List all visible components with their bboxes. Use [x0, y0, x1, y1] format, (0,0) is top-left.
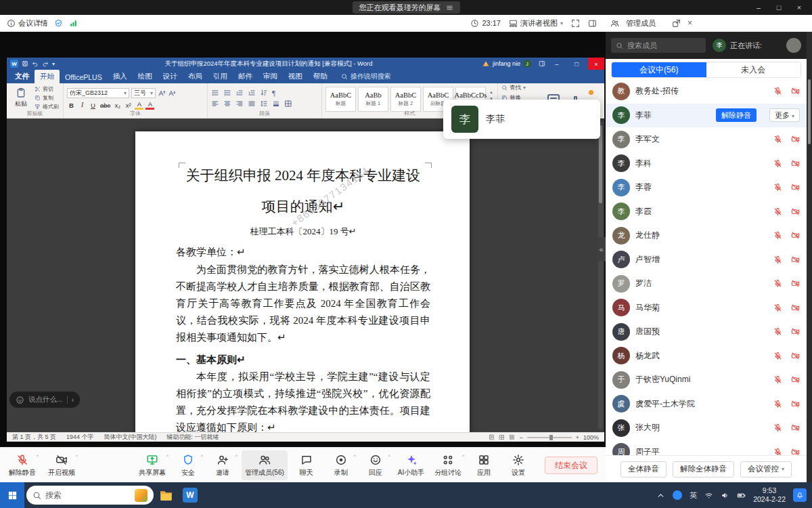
- member-row[interactable]: 周周子平: [606, 440, 807, 456]
- document-page[interactable]: +8615977134154 关于组织申报 2024 年度本科专业建设 项目的通…: [135, 131, 470, 432]
- minimize-button[interactable]: –: [748, 0, 769, 15]
- paste-button[interactable]: 粘贴: [10, 85, 32, 110]
- camera-off-icon[interactable]: [791, 400, 800, 408]
- font-format-button[interactable]: abc: [99, 100, 111, 110]
- line-spacing-icon[interactable]: [260, 100, 268, 108]
- battery-icon[interactable]: [737, 491, 746, 500]
- font-format-button[interactable]: I: [78, 100, 87, 110]
- indent-icon[interactable]: [248, 89, 256, 97]
- member-row[interactable]: 虞虞爱平-土木学院: [606, 392, 807, 417]
- align-right-icon[interactable]: [235, 100, 244, 108]
- members-scrollbar-thumb[interactable]: [808, 79, 811, 144]
- member-row[interactable]: 张张大明: [606, 416, 807, 440]
- word-maximize-button[interactable]: □: [568, 58, 585, 70]
- member-search-input[interactable]: [627, 41, 695, 49]
- member-row[interactable]: 教教务处-招传: [606, 79, 807, 104]
- expand-caret-icon[interactable]: ^: [166, 454, 168, 459]
- camera-off-icon[interactable]: [791, 352, 800, 360]
- camera-off-icon[interactable]: [791, 255, 800, 264]
- align-center-icon[interactable]: [223, 100, 231, 108]
- font-size-select[interactable]: 三号▾: [131, 88, 156, 98]
- word-ribbon-tab[interactable]: 绘图: [133, 70, 158, 83]
- zoom-level[interactable]: 100%: [583, 434, 599, 441]
- word-close-button[interactable]: ×: [588, 58, 604, 70]
- word-ribbon-tab[interactable]: 开始: [35, 70, 60, 83]
- align-justify-icon[interactable]: [248, 100, 256, 108]
- zoom-out-button[interactable]: −: [519, 434, 522, 441]
- shading-icon[interactable]: [272, 100, 280, 108]
- mic-off-icon[interactable]: [773, 183, 782, 192]
- taskbar-clock[interactable]: 9:53 2024-2-22: [753, 486, 786, 503]
- web-layout-icon[interactable]: [509, 434, 515, 440]
- taskbar-search[interactable]: [26, 486, 154, 505]
- end-meeting-button[interactable]: 结束会议: [545, 457, 597, 474]
- mic-off-icon[interactable]: [773, 375, 782, 384]
- mic-off-icon[interactable]: [773, 207, 782, 216]
- unmute-button[interactable]: 解除静音: [716, 108, 757, 122]
- members-scrollbar[interactable]: [807, 32, 812, 482]
- print-layout-icon[interactable]: [499, 434, 505, 440]
- tool-user-plus[interactable]: 邀请^: [207, 450, 238, 480]
- emoji-icon[interactable]: [16, 396, 24, 404]
- font-format-button[interactable]: x²: [124, 100, 133, 110]
- style-chip[interactable]: AaBbC标题: [325, 87, 356, 112]
- mic-off-icon[interactable]: [773, 231, 782, 240]
- pilcrow-icon[interactable]: ¶: [272, 89, 275, 97]
- font-format-button[interactable]: A: [145, 100, 154, 110]
- hamburger-icon[interactable]: [446, 4, 453, 12]
- save-icon[interactable]: [22, 60, 28, 67]
- camera-off-icon[interactable]: [791, 87, 800, 96]
- member-row[interactable]: 唐唐国预: [606, 320, 807, 344]
- grow-font-icon[interactable]: [158, 89, 166, 98]
- camera-off-icon[interactable]: [791, 135, 800, 144]
- mic-off-icon[interactable]: [773, 352, 782, 360]
- camera-off-icon[interactable]: [791, 159, 800, 168]
- member-row[interactable]: 罗罗洁: [606, 272, 807, 296]
- close-button[interactable]: ×: [789, 0, 809, 15]
- members-tab[interactable]: 未入会: [706, 62, 801, 77]
- weather-icon[interactable]: [135, 489, 148, 502]
- camera-off-icon[interactable]: [791, 183, 800, 192]
- mic-off-icon[interactable]: [773, 87, 782, 96]
- tool-chat[interactable]: 聊天: [291, 450, 322, 480]
- camera-off-icon[interactable]: [791, 327, 800, 336]
- number-list-icon[interactable]: [223, 89, 231, 97]
- tool-camera-off[interactable]: 开启视频^: [45, 450, 78, 480]
- tool-breakout[interactable]: 分组讨论^: [431, 450, 465, 480]
- mic-off-icon[interactable]: [773, 159, 782, 168]
- font-format-button[interactable]: B: [67, 100, 76, 110]
- mic-off-icon[interactable]: [773, 327, 782, 336]
- mic-off-icon[interactable]: [773, 279, 782, 288]
- expand-caret-icon[interactable]: ^: [235, 454, 238, 459]
- panel-collapse-tab[interactable]: «: [597, 237, 606, 261]
- expand-caret-icon[interactable]: ^: [388, 454, 390, 459]
- tool-sparkle[interactable]: AI小助手: [394, 450, 428, 480]
- tool-apps[interactable]: 应用: [468, 450, 499, 480]
- word-ribbon-tab[interactable]: 视图: [283, 70, 308, 83]
- style-chip[interactable]: AaBbC标题 2: [390, 87, 421, 112]
- word-minimize-button[interactable]: –: [549, 58, 565, 70]
- zoom-slider-thumb[interactable]: [549, 435, 553, 440]
- document-scrollbar[interactable]: [598, 121, 603, 429]
- undo-icon[interactable]: [32, 60, 39, 67]
- page-indicator[interactable]: 第 1 页，共 5 页: [12, 433, 56, 442]
- mic-off-icon[interactable]: [773, 135, 782, 144]
- font-format-button[interactable]: x₂: [113, 100, 122, 110]
- camera-off-icon[interactable]: [791, 303, 800, 312]
- language-indicator[interactable]: 简体中文(中国大陆): [104, 433, 157, 442]
- tool-record[interactable]: 录制^: [325, 450, 357, 480]
- tray-expand-icon[interactable]: [656, 491, 665, 500]
- ime-indicator[interactable]: 英: [690, 490, 697, 501]
- tell-me-search[interactable]: 操作说明搜索: [341, 72, 391, 81]
- word-ribbon-tab[interactable]: 布局: [183, 70, 208, 83]
- word-ribbon-tab[interactable]: 插入: [108, 70, 133, 83]
- member-row[interactable]: 李李菲解除静音更多 ▾: [606, 104, 807, 128]
- member-row[interactable]: 李李军文: [606, 127, 807, 152]
- member-search[interactable]: [611, 38, 706, 53]
- expand-caret-icon[interactable]: ^: [37, 454, 39, 459]
- start-button[interactable]: [0, 482, 24, 508]
- member-row[interactable]: 杨杨龙武: [606, 344, 807, 368]
- meeting-control-button[interactable]: 会议管控 ▾: [740, 461, 792, 478]
- members-tab[interactable]: 会议中(56): [612, 62, 706, 77]
- quick-access-caret[interactable]: ▾: [52, 61, 55, 67]
